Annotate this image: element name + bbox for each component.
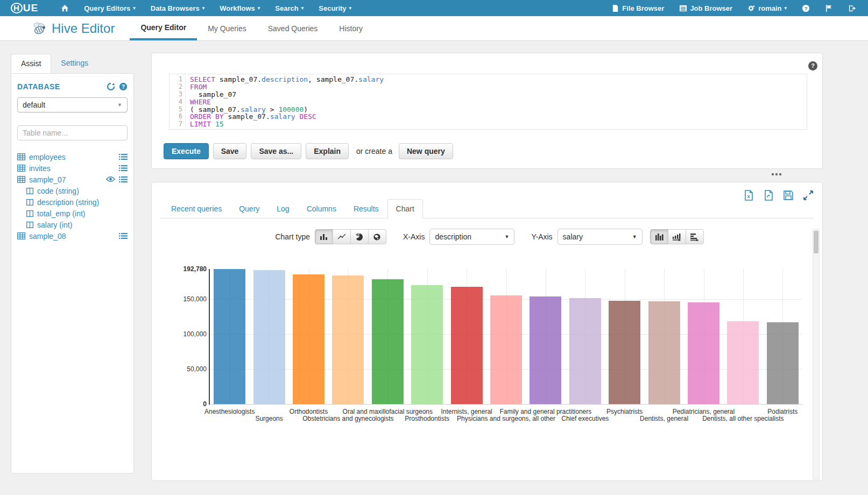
- navbar-menus: Query Editors▾Data Browsers▾Workflows▾Se…: [76, 0, 359, 16]
- bar-orthodontists[interactable]: [293, 274, 324, 404]
- table-item-sample_08[interactable]: sample_08: [17, 230, 128, 242]
- line-number: 6: [170, 113, 182, 121]
- chart-type-line-button[interactable]: [333, 229, 351, 244]
- chart-type-map-button[interactable]: [368, 229, 386, 244]
- table-item-sample_07[interactable]: sample_07: [17, 174, 128, 185]
- x-axis-label: Internists, general: [441, 408, 492, 415]
- table-menu-icon[interactable]: [119, 153, 128, 161]
- bar-chief-executives[interactable]: [569, 298, 601, 404]
- navbar-menu-label: Data Browsers: [151, 4, 200, 12]
- user-menu[interactable]: romain ▾: [740, 0, 794, 16]
- chevron-down-icon: ▾: [301, 5, 304, 11]
- vertical-bars-button[interactable]: [650, 229, 668, 244]
- column-item-total_emp[interactable]: total_emp (int): [17, 208, 128, 219]
- query-editor-card: ? 1234567 SELECT sample_07.description, …: [151, 53, 823, 169]
- bar-dentists-general[interactable]: [648, 301, 680, 404]
- scrollbar-thumb[interactable]: [814, 231, 818, 253]
- timeline-bars-button[interactable]: [668, 229, 686, 244]
- bar-anesthesiologists[interactable]: [214, 269, 245, 404]
- save-button[interactable]: Save: [213, 143, 247, 159]
- navbar-menu-label: Search: [275, 4, 298, 12]
- column-icon: [26, 210, 33, 217]
- bar-dentists-all-other-specialists[interactable]: [727, 321, 759, 404]
- chart-type-bars-button[interactable]: [315, 229, 333, 244]
- table-menu-icon[interactable]: [119, 176, 128, 183]
- hue-logo[interactable]: HHUEUE: [11, 2, 38, 14]
- help-button[interactable]: ?: [794, 0, 817, 16]
- bar-chart-icon: [320, 233, 328, 241]
- column-icon: [26, 199, 33, 206]
- table-item-employees[interactable]: employees: [17, 151, 128, 162]
- horizontal-bars-button[interactable]: [686, 229, 704, 244]
- bar-podiatrists[interactable]: [767, 322, 799, 404]
- tab-query-editor[interactable]: Query Editor: [130, 16, 197, 40]
- table-item-invites[interactable]: invites: [17, 162, 128, 174]
- results-tab-log[interactable]: Log: [268, 199, 298, 218]
- navbar-menu-data-browsers[interactable]: Data Browsers▾: [143, 0, 213, 16]
- y-tick-label: 0: [157, 400, 207, 408]
- database-header: DATABASE ?: [17, 82, 128, 91]
- tab-saved-queries[interactable]: Saved Queries: [257, 16, 329, 40]
- results-tab-results[interactable]: Results: [345, 199, 387, 218]
- sql-editor[interactable]: 1234567 SELECT sample_07.description, sa…: [169, 74, 807, 130]
- chart-type-pie-button[interactable]: [350, 229, 369, 244]
- file-browser-link[interactable]: File Browser: [604, 0, 672, 16]
- svg-text:?: ?: [805, 6, 808, 11]
- tab-assist[interactable]: Assist: [11, 54, 51, 73]
- x-axis-select[interactable]: description ▼: [429, 229, 514, 245]
- bar-surgeons[interactable]: [253, 270, 285, 404]
- sign-out-button[interactable]: [841, 0, 864, 16]
- column-item-code[interactable]: code (string): [17, 185, 128, 196]
- home-icon[interactable]: [53, 0, 76, 16]
- navbar-menu-search[interactable]: Search▾: [267, 0, 311, 16]
- bar-family-and-general-practitioners[interactable]: [530, 296, 561, 404]
- table-filter-input[interactable]: [17, 125, 128, 140]
- bar-physicians-and-surgeons-all-other[interactable]: [490, 295, 522, 404]
- navbar-menu-workflows[interactable]: Workflows▾: [212, 0, 267, 16]
- navbar-menu-query-editors[interactable]: Query Editors▾: [76, 0, 143, 16]
- panel-resize-handle[interactable]: [772, 173, 781, 175]
- bar-pediatricians-general[interactable]: [688, 302, 719, 404]
- bar-prosthodontists[interactable]: [411, 285, 443, 404]
- table-menu-icon[interactable]: [119, 165, 128, 172]
- tab-my-queries[interactable]: My Queries: [197, 16, 257, 40]
- results-tab-query[interactable]: Query: [230, 199, 268, 218]
- execute-button[interactable]: Execute: [164, 143, 209, 159]
- chevron-down-icon: ▼: [632, 234, 637, 239]
- refresh-icon[interactable]: [107, 82, 115, 91]
- tab-history[interactable]: History: [328, 16, 373, 40]
- navbar-menu-security[interactable]: Security▾: [311, 0, 359, 16]
- results-scrollbar[interactable]: [813, 229, 820, 480]
- file-browser-label: File Browser: [622, 4, 664, 12]
- x-axis-label: Anesthesiologists: [204, 408, 255, 415]
- app-title: Hive Editor: [32, 16, 115, 40]
- bar-psychiatrists[interactable]: [609, 301, 640, 404]
- column-item-description[interactable]: description (string): [17, 196, 128, 208]
- table-name: invites: [29, 164, 51, 173]
- database-select[interactable]: default ▼: [17, 97, 128, 112]
- bar-obstetricians-and-gynecologists[interactable]: [332, 275, 364, 404]
- save-as-button[interactable]: Save as...: [251, 143, 301, 159]
- job-browser-link[interactable]: Job Browser: [672, 0, 740, 16]
- table-menu-icon[interactable]: [119, 232, 128, 240]
- preview-eye-icon[interactable]: [106, 176, 115, 183]
- bar-oral-and-maxillofacial-surgeons[interactable]: [372, 279, 404, 404]
- y-tick-label: 50,000: [157, 365, 207, 373]
- bar-internists-general[interactable]: [451, 287, 483, 404]
- app-title-text: Hive Editor: [52, 21, 115, 36]
- feedback-flag-button[interactable]: [817, 0, 841, 16]
- results-tab-chart[interactable]: Chart: [387, 199, 423, 218]
- help-circle-icon[interactable]: ?: [119, 82, 128, 91]
- table-list: employeesinvitessample_07code (string)de…: [17, 151, 128, 242]
- editor-code[interactable]: SELECT sample_07.description, sample_07.…: [186, 74, 384, 129]
- results-tab-columns[interactable]: Columns: [298, 199, 345, 218]
- new-query-button[interactable]: New query: [399, 143, 453, 159]
- tab-settings[interactable]: Settings: [51, 54, 98, 73]
- column-item-salary[interactable]: salary (int): [17, 219, 128, 230]
- database-label: DATABASE: [17, 82, 60, 91]
- explain-button[interactable]: Explain: [306, 143, 349, 159]
- y-tick-label: 100,000: [157, 330, 207, 338]
- y-axis-select[interactable]: salary ▼: [558, 229, 643, 245]
- results-tab-recent-queries[interactable]: Recent queries: [163, 199, 230, 218]
- editor-help-icon[interactable]: ?: [808, 61, 817, 70]
